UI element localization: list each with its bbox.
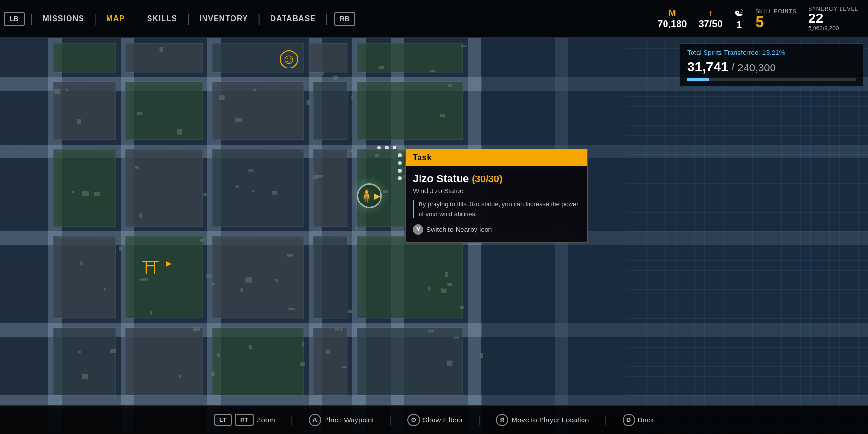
lt-button[interactable]: LT	[214, 414, 232, 426]
lb-button[interactable]: LB	[4, 12, 25, 26]
zoom-label: Zoom	[257, 416, 275, 424]
trail-dot-4	[398, 153, 402, 157]
rt-button[interactable]: RT	[235, 414, 254, 426]
nav-skills[interactable]: SKILLS	[147, 14, 177, 23]
trail-dot-7	[398, 176, 402, 180]
bottom-action-bar: LT RT Zoom | A Place Waypoint | ⊙ Show F…	[0, 405, 868, 434]
trail-dot-1	[377, 146, 381, 149]
trail-dot-6	[398, 169, 402, 173]
yin-yang-icon: ☯	[734, 7, 744, 19]
synergy-sub: 5,062/9,200	[808, 25, 839, 32]
spirits-bar-container	[687, 78, 856, 81]
task-popup: Task Jizo Statue (30/30) Wind Jizo Statu…	[405, 149, 588, 243]
back-label: Back	[638, 416, 654, 424]
zoom-action: LT RT Zoom	[214, 414, 275, 426]
waypoint-action[interactable]: A Place Waypoint	[309, 414, 374, 426]
yin-yang-stat: ☯ 1	[734, 7, 744, 30]
r-button[interactable]: R	[496, 414, 508, 426]
task-action-label: Switch to Nearby Icon	[426, 226, 492, 233]
skill-points-value: 5	[756, 14, 764, 29]
trail-dot-3	[393, 146, 396, 149]
torii-gate-icon: ⛩	[142, 258, 160, 278]
filters-label: Show Filters	[423, 416, 463, 424]
torii-arrow: ▶	[166, 259, 172, 267]
npc-icon: ☺	[280, 50, 298, 68]
task-description: By praying to this Jizo statue, you can …	[413, 200, 581, 218]
spirits-panel: Total Spirits Transferred: 13.21% 31,741…	[680, 43, 863, 87]
location-label: Move to Player Location	[511, 416, 589, 424]
waypoint-label: Place Waypoint	[324, 416, 374, 424]
money-stat: M 70,180	[657, 8, 687, 29]
task-subtitle: Wind Jizo Statue	[413, 187, 581, 195]
yin-yang-value: 1	[736, 19, 742, 30]
arrows-value: 37/50	[698, 18, 722, 29]
stats-area: M 70,180 ↑ 37/50 ☯ 1 SKILL POINTS 5 SYNE…	[657, 6, 868, 32]
spirits-max: 240,300	[737, 62, 776, 74]
y-button[interactable]: Y	[413, 224, 423, 235]
grid-overlay	[627, 39, 868, 434]
rb-button[interactable]: RB	[334, 12, 355, 26]
nav-separator-left: |	[30, 13, 33, 25]
task-count: (30/30)	[472, 174, 502, 184]
a-button[interactable]: A	[309, 414, 321, 426]
b-button[interactable]: B	[623, 414, 635, 426]
spirits-current: 31,741	[687, 59, 729, 75]
trail-dot-5	[398, 161, 402, 165]
nav-database[interactable]: DATABASE	[270, 14, 316, 23]
back-action[interactable]: B Back	[623, 414, 654, 426]
waypoint-icon: ▶	[374, 191, 380, 201]
synergy-stat: SYNERGY LEVEL 22 5,062/9,200	[808, 6, 858, 32]
spirits-bar	[687, 78, 709, 81]
task-header: Task	[406, 149, 587, 166]
skill-points-stat: SKILL POINTS 5	[756, 8, 797, 29]
task-title: Jizo Statue (30/30)	[413, 173, 581, 185]
task-body: Jizo Statue (30/30) Wind Jizo Statue By …	[406, 166, 587, 242]
nav-map[interactable]: MAP	[106, 14, 125, 23]
spirits-separator: /	[732, 61, 735, 74]
player-sprite: 🧍	[359, 189, 374, 203]
nav-missions[interactable]: MISSIONS	[42, 14, 84, 23]
nav-inventory[interactable]: INVENTORY	[199, 14, 248, 23]
synergy-value: 22	[808, 12, 823, 25]
trail-dot-2	[385, 146, 389, 149]
money-icon: M	[668, 8, 676, 18]
player-icon: 🧍 ▶	[357, 183, 382, 208]
top-navigation: LB | MISSIONS | MAP | SKILLS | INVENTORY…	[0, 0, 868, 38]
filters-action[interactable]: ⊙ Show Filters	[407, 414, 463, 426]
location-action[interactable]: R Move to Player Location	[496, 414, 589, 426]
money-value: 70,180	[657, 18, 687, 29]
clock-button[interactable]: ⊙	[407, 414, 420, 426]
task-action[interactable]: Y Switch to Nearby Icon	[413, 224, 581, 235]
spirits-title: Total Spirits Transferred: 13.21%	[687, 49, 856, 56]
arrows-stat: ↑ 37/50	[698, 8, 722, 29]
task-name: Jizo Statue	[413, 173, 472, 185]
arrows-icon: ↑	[708, 8, 713, 18]
